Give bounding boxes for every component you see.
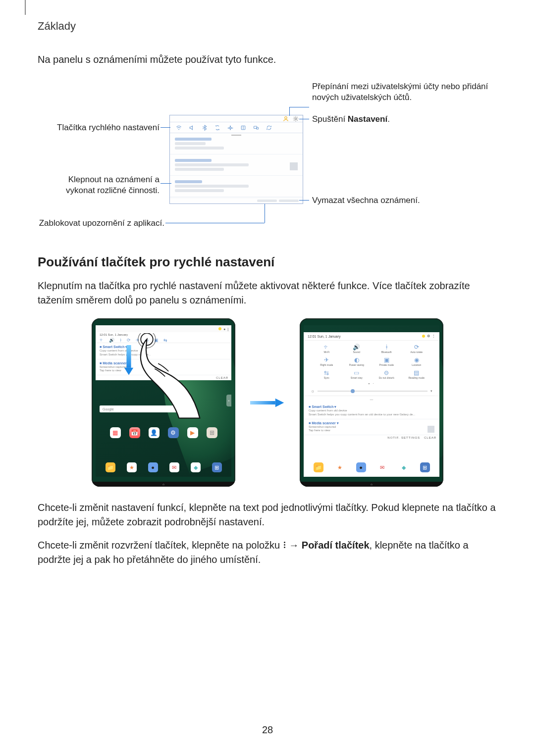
- paragraph-1: Klepnutím na tlačítka pro rychlé nastave…: [38, 279, 497, 307]
- smartview-icon: ▣: [154, 338, 159, 343]
- swipe-down-arrow-icon: [123, 345, 134, 377]
- qs-label: Sync: [312, 376, 342, 379]
- svg-rect-4: [257, 127, 259, 129]
- smartview-icon: [253, 125, 259, 131]
- page-number: 28: [38, 576, 497, 736]
- bluetooth-icon: ᚼ: [372, 344, 402, 351]
- dock: 📁 ★ ● ✉ ◆ ⊞: [100, 461, 227, 474]
- notification-item-3: [170, 176, 303, 197]
- edge-handle-icon: ‹: [226, 395, 231, 406]
- mini-notification-panel: 12:01 Sun, 1 January ᯤ 🔊 ᚼ ⟳ ✈ ▭ ▣ ⇆ ■ S…: [96, 332, 231, 380]
- qs-label: Bluetooth: [372, 351, 402, 353]
- paragraph-2: Chcete-li změnit nastavení funkcí, klepn…: [38, 501, 497, 529]
- block-notifications-button: [257, 200, 277, 202]
- more-icon: ⋮: [432, 334, 435, 338]
- section-heading: Používání tlačítek pro rychlé nastavení: [38, 254, 497, 270]
- sync-icon: [266, 125, 272, 131]
- dock: 📁 ★ ● ✉ ◆ ⊞: [308, 461, 435, 474]
- qs-label: Do not disturb: [372, 376, 402, 379]
- more-options-icon: [284, 542, 285, 548]
- settings-gear-icon: [293, 116, 299, 122]
- wifi-icon: ᯤ: [100, 338, 104, 343]
- paragraph-3: Chcete-li změnit rozvržení tlačítek, kle…: [38, 538, 497, 567]
- callout-switch-user: Přepínání mezi uživatelskými účty nebo p…: [312, 81, 490, 103]
- qs-label: Auto rotate: [402, 351, 432, 353]
- qs-label: Smart stay: [342, 376, 372, 379]
- wifi-icon: ᯤ: [312, 344, 342, 351]
- bluetooth-icon: ᚼ: [119, 338, 122, 343]
- callout-clear-all: Vymazat všechna oznámení.: [312, 195, 490, 206]
- brightness-slider: ☼ ▾: [304, 387, 439, 396]
- callout-text: .: [387, 114, 390, 124]
- svg-marker-10: [275, 398, 284, 407]
- panel-footer: [170, 198, 303, 203]
- qs-label: Reading mode: [402, 376, 432, 379]
- user-switch-icon: [283, 116, 289, 122]
- panel-date: 12:01 Sun, 1 January: [308, 335, 341, 338]
- intro-paragraph: Na panelu s oznámeními můžete používat t…: [38, 52, 497, 66]
- edge-handle-icon: ‹: [434, 395, 439, 406]
- reading-icon: [240, 125, 246, 131]
- wifi-icon: [176, 125, 182, 131]
- rotate-icon: ⟳: [127, 338, 131, 343]
- notification-item-2: [170, 154, 303, 176]
- paragraph-bold: Pořadí tlačítek: [302, 540, 370, 551]
- notification-panel-diagram: Tlačítka rychlého nastavení Klepnout na …: [38, 81, 493, 235]
- location-icon: ◉: [402, 356, 432, 363]
- sound-icon: [189, 125, 195, 131]
- edge-handle-icon: ›: [304, 395, 309, 406]
- expanded-panel: 12:01 Sun, 1 January ⚙⋮ ᯤWi-Fi 🔊Sound ᚼB…: [304, 332, 439, 477]
- flight-icon: ✈: [312, 356, 342, 363]
- svg-rect-5: [126, 345, 131, 368]
- svg-point-0: [285, 117, 287, 119]
- flight-icon: ✈: [136, 338, 140, 343]
- qs-label: Wi-Fi: [312, 351, 342, 353]
- svg-marker-6: [124, 368, 133, 375]
- rotate-icon: ⟳: [402, 344, 432, 351]
- notification-item-1: [170, 133, 303, 154]
- panel-header: [170, 115, 303, 122]
- page-crop-mark: [25, 0, 26, 15]
- google-search-bar: Google: [100, 405, 182, 412]
- qs-label: Sound: [342, 351, 372, 353]
- callout-quick-settings: Tlačítka rychlého nastavení: [38, 122, 160, 133]
- transition-arrow-icon: [250, 398, 285, 408]
- reading-icon: ▭: [145, 338, 149, 343]
- quick-settings-grid: ᯤWi-Fi 🔊Sound ᚼBluetooth ⟳Auto rotate ✈F…: [304, 341, 439, 380]
- quick-settings-row: [170, 122, 303, 133]
- dnd-icon: ⊖: [372, 369, 402, 376]
- bluetooth-icon: [202, 125, 208, 131]
- chapter-heading: Základy: [38, 20, 497, 33]
- panel-date: 12:01 Sun, 1 January: [96, 332, 231, 337]
- tablet-screenshot-collapsed: ●| 12:01 Sun, 1 January ᯤ 🔊 ᚼ ⟳ ✈ ▭ ▣ ⇆: [92, 318, 235, 487]
- callout-text: Spuštění: [312, 114, 348, 124]
- nav-bar: ⌂: [300, 482, 443, 487]
- sound-icon: 🔊: [109, 338, 114, 343]
- settings-gear-icon: ⚙: [427, 334, 430, 338]
- sync-icon: ⇆: [163, 338, 167, 343]
- power-icon: ◐: [342, 356, 372, 363]
- qs-label: Flight mode: [312, 363, 342, 366]
- sound-icon: 🔊: [342, 344, 372, 351]
- callout-bold: Nastavení: [348, 114, 387, 124]
- tablet-screenshot-expanded: 12:01 Sun, 1 January ⚙⋮ ᯤWi-Fi 🔊Sound ᚼB…: [300, 318, 443, 487]
- page-indicator: • ·: [304, 380, 439, 387]
- qs-label: Private mode: [372, 363, 402, 366]
- qs-label: Power saving: [342, 363, 372, 366]
- panel-mock: [169, 115, 303, 204]
- screenshots-row: ●| 12:01 Sun, 1 January ᯤ 🔊 ᚼ ⟳ ✈ ▭ ▣ ⇆: [38, 318, 497, 487]
- drag-handle-icon: [231, 135, 241, 136]
- reading-icon: ▤: [402, 369, 432, 376]
- callout-block-app: Zablokovat upozornění z aplikací.: [38, 218, 164, 229]
- qs-label: Location: [402, 363, 432, 366]
- callout-tap-notification: Klepnout na oznámení a vykonat rozličné …: [38, 174, 160, 196]
- home-apps-row: ▦ 📅 👤 ⚙ ▶ ⊞: [106, 427, 221, 438]
- svg-rect-9: [250, 401, 275, 404]
- status-bar: ●|: [96, 325, 231, 332]
- rotate-icon: [214, 125, 220, 131]
- drag-handle-icon: ─: [304, 396, 439, 403]
- sync-icon: ⇆: [312, 369, 342, 376]
- callout-launch-settings: Spuštění Nastavení.: [312, 114, 490, 125]
- svg-point-1: [295, 118, 297, 120]
- paragraph-text: Chcete-li změnit rozvržení tlačítek, kle…: [38, 540, 283, 551]
